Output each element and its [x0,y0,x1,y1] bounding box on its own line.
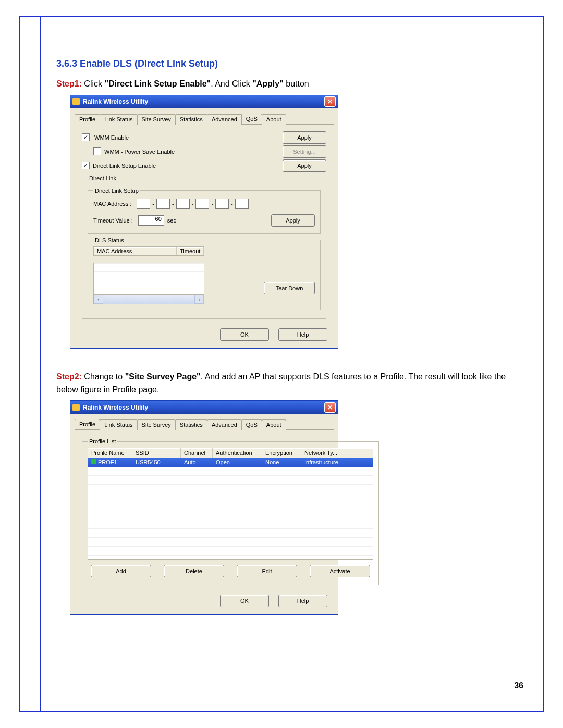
col-network-type[interactable]: Network Ty... [301,448,373,458]
timeout-label: Timeout Value : [93,217,133,224]
mac-input-3[interactable] [176,199,190,209]
help-button[interactable]: Help [278,595,327,607]
help-button[interactable]: Help [278,328,327,341]
col-ssid[interactable]: SSID [132,448,181,458]
dls-status-hscroll[interactable]: ‹ › [93,295,204,304]
apply-wmm-button[interactable]: Apply [283,131,326,144]
close-icon[interactable]: ✕ [324,402,336,413]
dls-status-list[interactable] [93,263,204,295]
app-icon [72,98,80,105]
tab-advanced[interactable]: Advanced [207,419,242,430]
profile-list-group: Profile List Profile Name SSID Channel A… [82,438,379,585]
tear-down-button[interactable]: Tear Down [264,282,315,294]
tab-profile[interactable]: Profile [75,114,100,125]
apply-timeout-button[interactable]: Apply [271,214,315,227]
profile-list-legend: Profile List [88,438,117,445]
wmm-enable-checkbox[interactable] [82,133,90,141]
window-title: Ralink Wireless Utility [83,98,148,105]
ok-button[interactable]: OK [220,328,269,341]
col-mac-address[interactable]: MAC Address [94,247,177,255]
profile-window: Ralink Wireless Utility ✕ Profile Link S… [70,400,338,615]
dls-status-header: MAC Address Timeout [93,246,204,256]
mac-input-5[interactable] [215,199,229,209]
profile-list-body[interactable]: PROF1 USR5450 Auto Open None Infrastruct… [88,458,373,559]
direct-link-legend: Direct Link [88,175,118,181]
profile-list-header: Profile Name SSID Channel Authentication… [88,448,373,458]
tab-profile[interactable]: Profile [75,419,100,429]
tab-site-survey[interactable]: Site Survey [137,114,176,125]
col-profile-name[interactable]: Profile Name [88,448,132,458]
tab-strip: Profile Link Status Site Survey Statisti… [75,114,334,125]
scroll-left-icon[interactable]: ‹ [94,295,103,304]
tab-site-survey[interactable]: Site Survey [137,419,176,430]
mac-address-label: MAC Address : [93,201,131,207]
tab-statistics[interactable]: Statistics [175,419,207,430]
tab-about[interactable]: About [262,114,286,125]
wmm-ps-label: WMM - Power Save Enable [104,149,175,155]
col-timeout[interactable]: Timeout [177,247,204,255]
wmm-enable-label: WMM Enable [93,134,130,141]
dls-enable-label: Direct Link Setup Enable [93,163,156,169]
col-channel[interactable]: Channel [181,448,213,458]
apply-dls-button[interactable]: Apply [283,159,326,172]
dls-status-group: DLS Status MAC Address Timeout [88,237,321,310]
tab-qos[interactable]: QoS [241,114,262,124]
tab-advanced[interactable]: Advanced [207,114,242,125]
mac-input-2[interactable] [156,199,170,209]
tab-link-status[interactable]: Link Status [100,114,137,125]
window-titlebar: Ralink Wireless Utility ✕ [70,95,338,108]
table-row[interactable]: PROF1 USR5450 Auto Open None Infrastruct… [88,458,373,467]
activate-button[interactable]: Activate [310,565,370,577]
app-icon [72,404,80,411]
scroll-right-icon[interactable]: › [194,295,204,304]
mac-input-6[interactable] [235,199,249,209]
close-icon[interactable]: ✕ [324,96,336,107]
dls-status-legend: DLS Status [93,237,126,243]
tab-qos[interactable]: QoS [241,419,262,430]
col-authentication[interactable]: Authentication [213,448,262,458]
tab-about[interactable]: About [262,419,286,430]
window-titlebar: Ralink Wireless Utility ✕ [70,401,338,414]
profile-list: Profile Name SSID Channel Authentication… [88,448,373,560]
step1-text: Step1: Click "Direct Link Setup Enable".… [56,78,523,91]
qos-window: Ralink Wireless Utility ✕ Profile Link S… [70,95,338,349]
direct-link-group: Direct Link Direct Link Setup MAC Addres… [82,175,326,319]
tab-link-status[interactable]: Link Status [100,419,137,430]
ok-button[interactable]: OK [220,595,269,607]
edit-button[interactable]: Edit [237,565,297,577]
section-title: 3.6.3 Enable DLS (Direct Link Setup) [56,58,523,69]
tab-statistics[interactable]: Statistics [175,114,207,125]
mac-input-1[interactable] [137,199,150,209]
timeout-input[interactable]: 60 [138,215,164,226]
add-button[interactable]: Add [91,565,151,577]
delete-button[interactable]: Delete [164,565,224,577]
timeout-unit: sec [167,217,176,224]
direct-link-setup-legend: Direct Link Setup [93,188,140,194]
dls-enable-checkbox[interactable] [82,162,90,169]
mac-input-4[interactable] [195,199,209,209]
window-title: Ralink Wireless Utility [83,404,148,411]
direct-link-setup-group: Direct Link Setup MAC Address : - - - - [88,188,321,234]
page-number: 36 [514,681,523,690]
step2-text: Step2: Change to "Site Survey Page". And… [56,371,517,397]
active-profile-icon [91,459,96,464]
wmm-ps-checkbox[interactable] [93,147,101,155]
tab-strip: Profile Link Status Site Survey Statisti… [75,419,334,430]
setting-button[interactable]: Setting... [283,145,326,158]
col-encryption[interactable]: Encryption [262,448,301,458]
